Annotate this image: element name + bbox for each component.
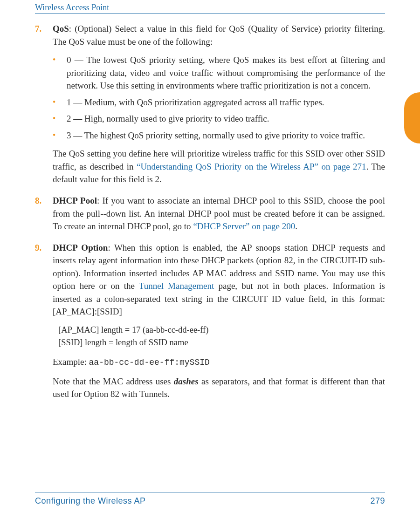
example-label: Example: — [53, 357, 89, 367]
list-item-dhcp-option: 9. DHCP Option: When this option is enab… — [35, 241, 385, 401]
bullet-text: 3 — The highest QoS priority setting, no… — [67, 130, 365, 140]
bullet-item: • 0 — The lowest QoS priority setting, w… — [53, 54, 385, 92]
item-title: QoS — [53, 24, 69, 34]
example-paragraph: Example: aa-bb-cc-dd-ee-ff:mySSID — [53, 355, 385, 369]
ordered-list: 7. QoS: (Optional) Select a value in thi… — [35, 22, 385, 401]
bullet-list: • 0 — The lowest QoS priority setting, w… — [53, 54, 385, 142]
page: Wireless Access Point 7. QoS: (Optional)… — [0, 0, 420, 519]
bullet-item: • 2 — High, normally used to give priori… — [53, 112, 385, 125]
page-footer: Configuring the Wireless AP 279 — [35, 492, 385, 506]
item-title: DHCP Pool — [53, 196, 97, 205]
format-line: [AP_MAC] length = 17 (aa-bb-cc-dd-ee-ff) — [58, 324, 385, 336]
bullet-icon: • — [53, 112, 55, 124]
item-number: 9. — [35, 241, 41, 254]
bullet-item: • 3 — The highest QoS priority setting, … — [53, 129, 385, 142]
item-number: 8. — [35, 194, 41, 207]
item-title: DHCP Option — [53, 243, 108, 253]
bullet-icon: • — [53, 96, 55, 108]
format-line: [SSID] length = length of SSID name — [58, 336, 385, 349]
cross-ref-link[interactable]: Tunnel Management — [139, 281, 214, 291]
emphasis: dashes — [174, 376, 199, 386]
text: Note that the MAC address uses — [53, 376, 174, 386]
page-header: Wireless Access Point — [35, 0, 385, 14]
item-number: 7. — [35, 22, 41, 35]
bullet-icon: • — [53, 54, 55, 66]
bullet-text: 2 — High, normally used to give priority… — [67, 114, 269, 123]
bullet-text: 0 — The lowest QoS priority setting, whe… — [67, 55, 385, 90]
example-code: aa-bb-cc-dd-ee-ff:mySSID — [89, 358, 210, 367]
content: 7. QoS: (Optional) Select a value in thi… — [35, 22, 385, 401]
footer-rule — [35, 492, 385, 492]
trailing-paragraph: The QoS setting you define here will pri… — [53, 147, 385, 186]
item-lead: : (Optional) Select a value in this fiel… — [53, 24, 385, 47]
note-paragraph: Note that the MAC address uses dashes as… — [53, 375, 385, 401]
format-block: [AP_MAC] length = 17 (aa-bb-cc-dd-ee-ff)… — [58, 324, 385, 349]
footer-section-title: Configuring the Wireless AP — [35, 496, 146, 506]
text: . — [295, 221, 297, 231]
cross-ref-link[interactable]: “Understanding QoS Priority on the Wirel… — [137, 162, 366, 171]
footer-page-number: 279 — [370, 496, 385, 506]
side-tab-icon — [404, 92, 420, 143]
bullet-text: 1 — Medium, with QoS prioritization aggr… — [67, 97, 324, 107]
bullet-icon: • — [53, 129, 55, 141]
cross-ref-link[interactable]: “DHCP Server” on page 200 — [193, 221, 295, 231]
header-rule — [35, 14, 385, 14]
header-title: Wireless Access Point — [35, 3, 109, 12]
list-item-dhcp-pool: 8. DHCP Pool: If you want to associate a… — [35, 194, 385, 233]
bullet-item: • 1 — Medium, with QoS prioritization ag… — [53, 96, 385, 109]
list-item-qos: 7. QoS: (Optional) Select a value in thi… — [35, 22, 385, 186]
footer-row: Configuring the Wireless AP 279 — [35, 496, 385, 506]
